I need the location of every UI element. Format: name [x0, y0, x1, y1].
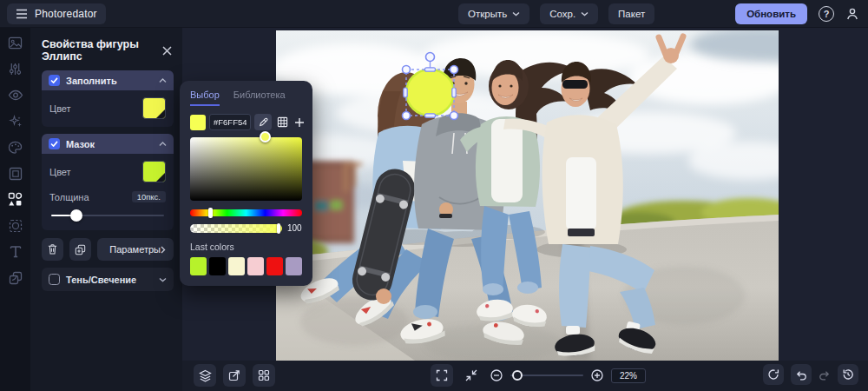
- add-color-button[interactable]: [293, 114, 306, 130]
- last-color-swatch[interactable]: [266, 257, 283, 275]
- last-color-swatch[interactable]: [228, 257, 245, 275]
- zoom-level-value[interactable]: 22%: [611, 368, 646, 383]
- undo-button[interactable]: [791, 364, 812, 385]
- chevron-down-icon: [159, 277, 167, 282]
- alpha-value: 100: [287, 223, 302, 233]
- parameters-label: Параметры: [109, 244, 161, 255]
- open-menu-label: Открыть: [468, 9, 507, 19]
- hue-slider-handle[interactable]: [208, 208, 213, 218]
- photo-scene: [276, 30, 779, 361]
- templates-grid-button[interactable]: [253, 364, 275, 387]
- top-right-group: Обновить ?: [735, 3, 859, 24]
- resize-handle-bottom[interactable]: [425, 114, 436, 117]
- image-tool-icon[interactable]: [4, 35, 27, 51]
- batch-label: Пакет: [618, 9, 645, 19]
- adjustments-tool-icon[interactable]: [4, 61, 27, 77]
- shadow-glow-checkbox[interactable]: [49, 274, 60, 285]
- shadow-glow-label: Тень/Свечение: [66, 275, 153, 285]
- text-tool-icon[interactable]: [4, 243, 27, 260]
- fill-section: Заполнить Цвет: [42, 70, 174, 127]
- color-picker-tabs: Выбор Библиотека: [190, 89, 302, 106]
- top-menus: Открыть Сохр. Пакет: [458, 3, 654, 24]
- last-colors-label: Last colors: [190, 242, 302, 252]
- thickness-slider-handle[interactable]: [70, 209, 82, 222]
- hex-color-input[interactable]: [209, 114, 251, 130]
- last-color-swatch[interactable]: [209, 257, 226, 275]
- delete-shape-button[interactable]: [42, 238, 63, 261]
- resize-handle-top-left[interactable]: [403, 66, 411, 74]
- resize-export-button[interactable]: [223, 364, 246, 387]
- main-menu-button[interactable]: Photoredator: [7, 3, 106, 24]
- chevron-down-icon: [581, 11, 589, 17]
- shrink-view-button[interactable]: [460, 364, 483, 387]
- library-grid-icon[interactable]: [275, 114, 289, 130]
- shape-properties-panel: Свойства фигуры Эллипс Заполнить Цвет: [30, 28, 182, 391]
- panel-title: Свойства фигуры Эллипс: [42, 38, 162, 63]
- redo-button[interactable]: [819, 369, 831, 381]
- user-account-icon[interactable]: [845, 7, 859, 21]
- shadow-glow-section[interactable]: Тень/Свечение: [42, 268, 174, 291]
- save-menu-label: Сохр.: [549, 9, 575, 19]
- parameters-button[interactable]: Параметры: [97, 238, 174, 261]
- tab-library[interactable]: Библиотека: [233, 89, 286, 106]
- resize-handle-right[interactable]: [452, 88, 456, 97]
- hamburger-icon: [16, 9, 28, 19]
- resize-handle-bottom-left[interactable]: [403, 112, 411, 120]
- thickness-label: Толщина: [49, 192, 89, 202]
- help-icon[interactable]: ?: [819, 6, 834, 22]
- eyedropper-button[interactable]: [254, 114, 272, 130]
- thickness-slider[interactable]: [49, 209, 166, 222]
- zoom-slider[interactable]: [510, 369, 583, 381]
- thickness-value[interactable]: 10пкс.: [132, 191, 166, 202]
- color-picker-popup: Выбор Библиотека 100: [180, 81, 312, 286]
- layers-button[interactable]: [194, 364, 216, 387]
- stroke-checkbox[interactable]: [49, 138, 60, 149]
- last-color-swatch[interactable]: [286, 257, 302, 275]
- preview-eye-tool-icon[interactable]: [4, 87, 27, 103]
- saturation-value-area[interactable]: [190, 137, 302, 201]
- save-menu-button[interactable]: Сохр.: [540, 3, 598, 24]
- photo-image[interactable]: [276, 30, 779, 361]
- last-color-swatch[interactable]: [247, 257, 264, 275]
- open-menu-button[interactable]: Открыть: [458, 3, 529, 24]
- current-color-swatch: [190, 115, 206, 130]
- top-bar: Photoredator Открыть Сохр. Пакет Обновит…: [0, 0, 868, 28]
- alpha-slider-handle[interactable]: [277, 223, 280, 234]
- duplicate-shape-button[interactable]: [69, 238, 91, 261]
- saturation-value-handle[interactable]: [260, 131, 271, 142]
- fill-color-label: Цвет: [49, 103, 71, 114]
- batch-button[interactable]: Пакет: [608, 3, 654, 24]
- effects-sparkles-tool-icon[interactable]: [4, 113, 27, 129]
- selected-ellipse-shape[interactable]: [406, 70, 454, 116]
- resize-handle-top-right[interactable]: [450, 66, 458, 74]
- fill-section-header[interactable]: Заполнить: [42, 70, 174, 90]
- tab-select[interactable]: Выбор: [190, 89, 220, 106]
- resize-handle-top[interactable]: [425, 68, 436, 71]
- resize-handle-left[interactable]: [404, 88, 407, 97]
- stroke-color-swatch[interactable]: [142, 161, 166, 182]
- hue-slider[interactable]: [190, 209, 302, 216]
- overlap-layers-tool-icon[interactable]: [4, 269, 27, 286]
- frame-tool-icon[interactable]: [4, 165, 27, 182]
- resize-handle-bottom-right[interactable]: [450, 112, 458, 120]
- palette-tool-icon[interactable]: [4, 139, 27, 156]
- shapes-tool-icon[interactable]: [4, 191, 27, 208]
- alpha-slider[interactable]: [190, 224, 282, 233]
- fill-checkbox[interactable]: [49, 75, 60, 86]
- last-color-swatch[interactable]: [190, 257, 207, 275]
- history-button[interactable]: [838, 364, 858, 385]
- rotate-canvas-button[interactable]: [763, 364, 784, 385]
- zoom-in-button[interactable]: [590, 368, 604, 382]
- close-panel-icon[interactable]: [162, 46, 172, 56]
- zoom-out-button[interactable]: [490, 368, 503, 382]
- fit-screen-button[interactable]: [431, 364, 453, 387]
- app-title: Photoredator: [35, 8, 97, 20]
- fill-color-swatch[interactable]: [142, 97, 166, 119]
- sticker-tool-icon[interactable]: [4, 217, 27, 234]
- fill-section-label: Заполнить: [66, 76, 153, 86]
- shape-actions: Параметры: [42, 238, 174, 261]
- zoom-slider-handle[interactable]: [512, 370, 523, 381]
- upgrade-button[interactable]: Обновить: [735, 3, 807, 24]
- rotate-handle[interactable]: [426, 53, 435, 62]
- stroke-section-header[interactable]: Мазок: [42, 134, 174, 154]
